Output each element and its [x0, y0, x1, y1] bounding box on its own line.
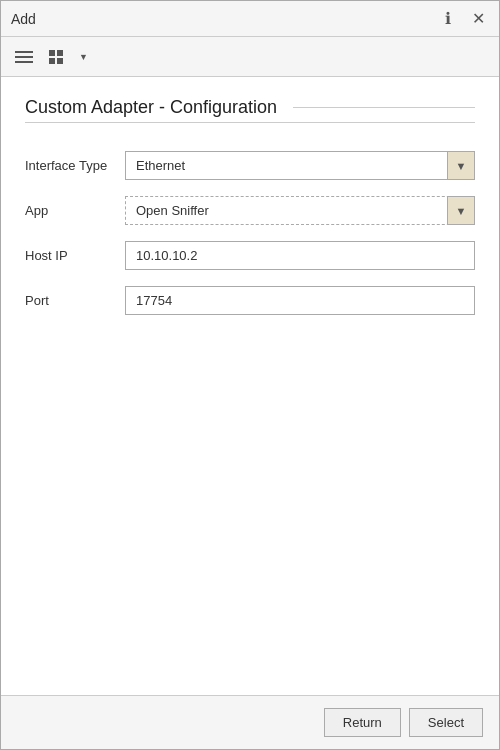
grid-icon [49, 50, 63, 64]
app-row: App Open Sniffer Wireshark tcpdump ▼ [25, 196, 475, 225]
main-window: Add ℹ ✕ ▼ [0, 0, 500, 750]
host-ip-control [125, 241, 475, 270]
hamburger-icon [15, 51, 33, 63]
port-row: Port [25, 286, 475, 315]
title-bar: Add ℹ ✕ [1, 1, 499, 37]
info-button[interactable]: ℹ [437, 8, 459, 30]
interface-type-select-wrapper: Ethernet WiFi Bluetooth USB ▼ [125, 151, 475, 180]
app-control: Open Sniffer Wireshark tcpdump ▼ [125, 196, 475, 225]
close-icon: ✕ [472, 9, 485, 28]
interface-type-select[interactable]: Ethernet WiFi Bluetooth USB [125, 151, 475, 180]
page-title: Custom Adapter - Configuration [25, 97, 475, 123]
select-button[interactable]: Select [409, 708, 483, 737]
return-button[interactable]: Return [324, 708, 401, 737]
info-icon: ℹ [445, 9, 451, 28]
hamburger-menu-button[interactable] [11, 49, 37, 65]
title-bar-buttons: ℹ ✕ [437, 8, 489, 30]
configuration-form: Interface Type Ethernet WiFi Bluetooth U… [25, 151, 475, 315]
host-ip-label: Host IP [25, 248, 125, 263]
toolbar-dropdown-button[interactable]: ▼ [75, 50, 92, 64]
port-control [125, 286, 475, 315]
toolbar: ▼ [1, 37, 499, 77]
app-select[interactable]: Open Sniffer Wireshark tcpdump [125, 196, 475, 225]
host-ip-row: Host IP [25, 241, 475, 270]
chevron-down-icon: ▼ [79, 52, 88, 62]
footer: Return Select [1, 695, 499, 749]
interface-type-row: Interface Type Ethernet WiFi Bluetooth U… [25, 151, 475, 180]
port-label: Port [25, 293, 125, 308]
main-content: Custom Adapter - Configuration Interface… [1, 77, 499, 695]
grid-view-button[interactable] [45, 48, 67, 66]
port-input[interactable] [125, 286, 475, 315]
app-select-wrapper: Open Sniffer Wireshark tcpdump ▼ [125, 196, 475, 225]
close-button[interactable]: ✕ [467, 8, 489, 30]
interface-type-label: Interface Type [25, 158, 125, 173]
window-title: Add [11, 11, 36, 27]
host-ip-input[interactable] [125, 241, 475, 270]
app-label: App [25, 203, 125, 218]
interface-type-control: Ethernet WiFi Bluetooth USB ▼ [125, 151, 475, 180]
